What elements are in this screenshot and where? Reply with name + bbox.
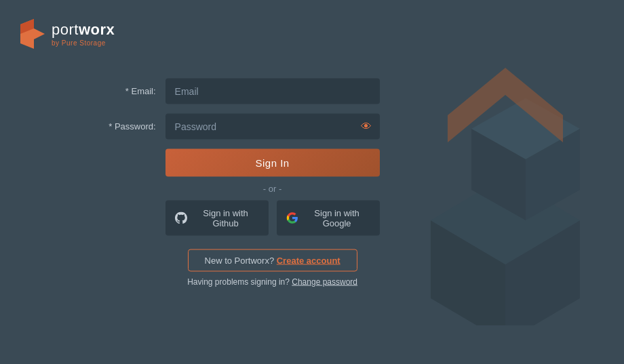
signin-button[interactable]: Sign In — [165, 148, 380, 176]
google-icon — [286, 211, 298, 224]
password-input[interactable] — [165, 113, 380, 139]
logo-area: portworx by Pure Storage — [20, 19, 115, 49]
signin-btn-row: Sign In — [95, 148, 380, 176]
create-account-box: New to Portworx? Create account — [188, 249, 357, 271]
github-icon — [175, 211, 187, 224]
email-label: * Email: — [95, 86, 156, 96]
problems-text: Having problems signing in? — [187, 277, 290, 286]
create-account-link[interactable]: Create account — [277, 255, 340, 265]
show-password-icon[interactable]: 👁 — [361, 120, 372, 132]
google-signin-label: Sign in with Google — [304, 207, 370, 228]
logo-part1: port — [52, 21, 79, 38]
email-row: * Email: — [95, 78, 380, 104]
logo-name: portworx — [52, 21, 115, 39]
bg-decoration — [407, 34, 604, 328]
social-buttons-row: Sign in with Github Sign in with Google — [95, 200, 380, 235]
change-password-link[interactable]: Change password — [292, 277, 357, 286]
main-form-area: * Email: * Password: 👁 Sign In - or - Si… — [95, 78, 380, 286]
email-input[interactable] — [165, 78, 380, 104]
or-divider: - or - — [95, 183, 380, 193]
password-label: * Password: — [95, 121, 156, 132]
logo-subtitle: by Pure Storage — [52, 39, 115, 47]
change-password-row: Having problems signing in? Change passw… — [187, 277, 357, 286]
password-input-wrap: 👁 — [165, 113, 380, 139]
github-signin-button[interactable]: Sign in with Github — [165, 200, 269, 235]
logo-text-wrap: portworx by Pure Storage — [52, 21, 115, 47]
github-signin-label: Sign in with Github — [193, 207, 259, 228]
logo-part2: worx — [79, 21, 115, 38]
logo-icon — [20, 19, 45, 49]
bottom-links: New to Portworx? Create account Having p… — [95, 249, 380, 286]
email-input-wrap — [165, 78, 380, 104]
google-signin-button[interactable]: Sign in with Google — [277, 200, 380, 235]
new-to-portworx-text: New to Portworx? — [205, 255, 275, 265]
password-row: * Password: 👁 — [95, 113, 380, 139]
